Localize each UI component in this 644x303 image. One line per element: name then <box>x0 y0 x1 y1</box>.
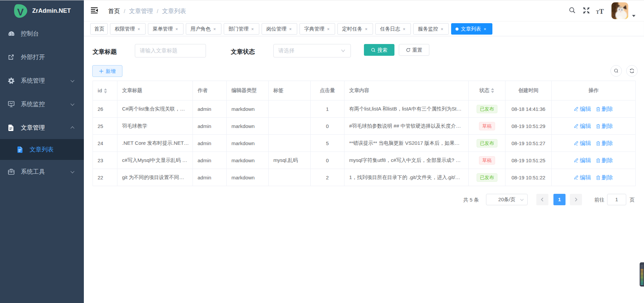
svg-text:V: V <box>17 7 24 17</box>
